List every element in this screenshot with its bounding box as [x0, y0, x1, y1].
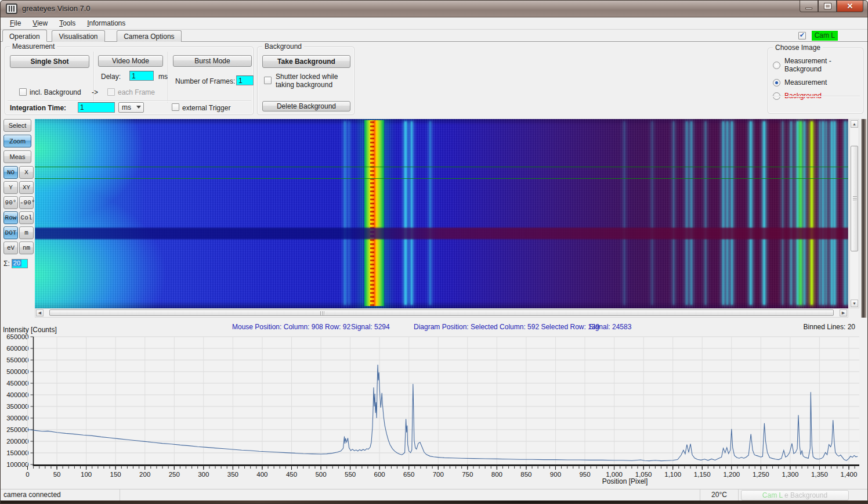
tool-ev-button[interactable]: eV — [3, 242, 18, 254]
tool-x-button[interactable]: X — [19, 166, 34, 179]
tool-select-button[interactable]: Select — [3, 119, 31, 132]
single-shot-button[interactable]: Single Shot — [10, 55, 89, 68]
cam-checkbox[interactable] — [798, 32, 806, 39]
tab-operation[interactable]: Operation — [2, 30, 47, 42]
tool-row-button[interactable]: Row — [3, 211, 18, 224]
spectral-line — [690, 121, 692, 305]
take-background-button[interactable]: Take Background — [262, 55, 350, 68]
delay-input[interactable]: 1 — [129, 71, 154, 81]
spectral-line — [826, 121, 827, 305]
svg-text:100000: 100000 — [6, 461, 28, 468]
burst-mode-button[interactable]: Burst Mode — [173, 55, 252, 67]
horizontal-scrollbar-thumb[interactable] — [49, 309, 834, 316]
tool-dot-button[interactable]: DOT — [3, 226, 18, 239]
disabled-ghost-button: Cam L e Background — [741, 490, 849, 501]
spectral-line — [804, 121, 805, 305]
vertical-scrollbar-thumb[interactable] — [851, 146, 858, 251]
shutter-locked-checkbox[interactable] — [264, 77, 272, 84]
integration-unit-dropdown[interactable]: ms — [118, 102, 144, 113]
scroll-right-icon[interactable]: ▶ — [840, 309, 847, 316]
cam-led-badge: Cam L — [812, 31, 838, 41]
svg-text:350: 350 — [227, 471, 238, 478]
close-button[interactable]: ✕ — [837, 0, 863, 12]
tool-meas-button[interactable]: Meas — [3, 150, 31, 163]
shutter-locked-label: Shutter locked whiletaking background — [276, 73, 338, 89]
menu-item-file[interactable]: File — [5, 18, 26, 28]
scroll-left-icon[interactable]: ◀ — [36, 309, 44, 316]
frames-input[interactable]: 1 — [236, 75, 254, 85]
svg-text:150: 150 — [110, 471, 121, 478]
tool--90deg-button[interactable]: -90° — [19, 196, 34, 209]
svg-text:500: 500 — [315, 471, 326, 478]
camera-status-text: camera connected — [0, 489, 120, 501]
spectral-line — [411, 121, 413, 305]
spectral-image-view[interactable] — [35, 119, 848, 308]
svg-text:1,400: 1,400 — [841, 471, 858, 478]
tool-90deg-button[interactable]: 90° — [3, 196, 18, 209]
svg-text:450000: 450000 — [6, 380, 28, 387]
scroll-down-icon[interactable]: ▼ — [851, 300, 858, 307]
diagram-position-text: Diagram Position: Selected Column: 592 S… — [414, 323, 599, 331]
tab-visualisation[interactable]: Visualisation — [52, 30, 104, 42]
scroll-up-icon[interactable]: ▲ — [851, 120, 858, 128]
temperature-text: 20°C — [700, 489, 739, 501]
spectral-line — [797, 121, 799, 305]
svg-text:400000: 400000 — [6, 391, 28, 398]
svg-text:150000: 150000 — [6, 449, 28, 456]
integration-time-input[interactable]: 1 — [78, 102, 115, 113]
tab-camera-options[interactable]: Camera Options — [117, 30, 181, 42]
each-frame-label: each Frame — [118, 88, 155, 96]
spectral-line — [834, 121, 836, 305]
video-mode-button[interactable]: Video Mode — [98, 55, 163, 67]
choose-image-option-1[interactable]: Measurement — [773, 78, 860, 87]
integration-time-label: Integration Time: — [10, 104, 66, 112]
position-status-row: Mouse Position: Column: 908 Row: 92 Sign… — [0, 320, 868, 332]
svg-text:1,300: 1,300 — [782, 471, 799, 478]
tool-zoom-button[interactable]: Zoom — [3, 135, 31, 147]
menu-item-informations[interactable]: Informations — [82, 18, 131, 28]
tool-no-button[interactable]: NO — [3, 166, 18, 179]
intensity-plot[interactable]: 6500006000005500005000004500004000003500… — [0, 332, 868, 488]
spectral-line — [750, 121, 752, 305]
maximize-button[interactable] — [818, 0, 837, 12]
menu-item-tools[interactable]: Tools — [54, 18, 81, 28]
minimize-button[interactable] — [800, 0, 818, 12]
tool-m-button[interactable]: m — [19, 226, 34, 239]
incl-background-checkbox[interactable] — [19, 88, 27, 96]
svg-text:1,150: 1,150 — [694, 471, 711, 478]
radio-icon[interactable] — [773, 79, 780, 87]
mouse-signal-text: Signal: 5294 — [351, 323, 390, 331]
choose-image-title: Choose Image — [773, 44, 823, 52]
horizontal-scrollbar[interactable]: ◀ ▶ — [35, 308, 848, 318]
tool-col-button[interactable]: Col — [19, 211, 34, 224]
sigma-input[interactable]: 20 — [12, 259, 28, 268]
chevron-down-icon — [136, 106, 141, 109]
tool-nm-button[interactable]: nm — [19, 242, 34, 254]
spectral-line — [673, 121, 674, 305]
window-bottom-edge — [0, 501, 868, 504]
menu-item-view[interactable]: View — [27, 18, 53, 28]
svg-text:200000: 200000 — [6, 438, 28, 445]
radio-icon[interactable] — [773, 62, 780, 69]
svg-text:1,200: 1,200 — [723, 471, 740, 478]
selected-row-cursor-line — [35, 167, 848, 167]
external-trigger-checkbox[interactable] — [172, 103, 179, 111]
spectral-line — [800, 121, 802, 305]
choose-image-option-0[interactable]: Measurement - Background — [773, 57, 860, 73]
tool-y-button[interactable]: Y — [3, 181, 18, 194]
each-frame-checkbox[interactable] — [107, 88, 115, 96]
side-toolbar: SelectZoomMeas NOXYXY90°-90°RowColDOTmeV… — [2, 119, 35, 268]
tool-xy-button[interactable]: XY — [19, 181, 34, 194]
delete-background-button[interactable]: Delete Background — [262, 101, 350, 111]
svg-text:850: 850 — [520, 471, 531, 478]
sigma-label: Σ: — [3, 260, 10, 268]
spectral-line — [686, 121, 688, 305]
svg-text:650000: 650000 — [6, 333, 28, 340]
spectral-line — [763, 121, 765, 305]
spectral-line — [731, 121, 733, 305]
arrow-label: -> — [92, 88, 98, 96]
vertical-scrollbar[interactable]: ▲ ▼ — [849, 119, 859, 308]
svg-text:600000: 600000 — [6, 345, 28, 352]
maximize-icon — [824, 3, 831, 9]
radio-label: Measurement — [784, 78, 827, 87]
